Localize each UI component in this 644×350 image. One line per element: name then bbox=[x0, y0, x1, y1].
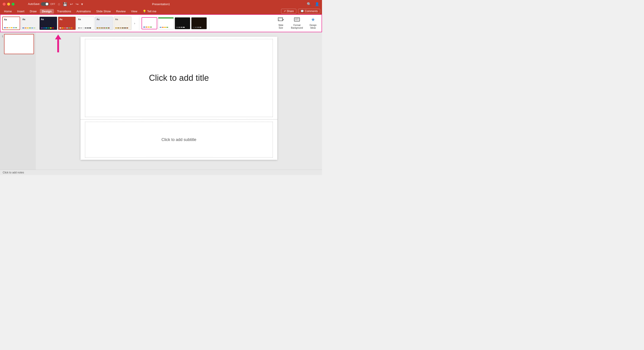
svg-marker-7 bbox=[311, 18, 315, 21]
arrow-head bbox=[55, 35, 61, 39]
slide-size-icon bbox=[278, 17, 284, 24]
user-icon[interactable]: 👤 bbox=[315, 2, 319, 6]
menu-review[interactable]: Review bbox=[114, 9, 128, 14]
save-icon[interactable]: 💾 bbox=[63, 2, 67, 6]
svg-rect-5 bbox=[295, 19, 299, 19]
titlebar: AutoSave OFF ⌂ 💾 ↩ ↪ ▾ Presentation1 🔍 👤 bbox=[0, 0, 322, 8]
window-title: Presentation1 bbox=[152, 3, 170, 6]
format-bg-label: FormatBackground bbox=[291, 24, 303, 29]
ribbon-divider-2 bbox=[209, 17, 209, 30]
notes-bar-text: Click to add notes bbox=[3, 171, 24, 174]
format-background-button[interactable]: FormatBackground bbox=[290, 16, 304, 30]
design-ideas-button[interactable]: DesignIdeas bbox=[306, 16, 320, 30]
menu-insert[interactable]: Insert bbox=[15, 9, 27, 14]
titlebar-right: 🔍 👤 bbox=[307, 2, 319, 6]
slide-subtitle-area[interactable]: Click to add subtitle bbox=[80, 120, 277, 160]
menubar: Home Insert Draw Design Transitions Anim… bbox=[0, 8, 322, 14]
theme-grayblue[interactable]: Aa bbox=[95, 17, 113, 30]
theme-tan[interactable]: Aa bbox=[114, 17, 132, 30]
ribbon-right-buttons: SlideSize FormatBackground DesignIdeas bbox=[274, 16, 320, 30]
slide-subtitle-box[interactable]: Click to add subtitle bbox=[85, 122, 273, 158]
design-ideas-label: DesignIdeas bbox=[310, 24, 316, 29]
ribbon-divider-1 bbox=[139, 17, 139, 30]
menu-transitions[interactable]: Transitions bbox=[55, 9, 73, 14]
slide-title-text[interactable]: Click to add title bbox=[149, 73, 209, 83]
design-ideas-icon bbox=[310, 17, 316, 24]
theme-office[interactable]: Aa bbox=[21, 17, 39, 30]
format-bg-icon bbox=[294, 17, 300, 24]
comments-button[interactable]: 💬 Comments bbox=[298, 9, 320, 14]
slide-title-box[interactable]: Click to add title bbox=[85, 39, 273, 117]
ribbon-toolbar: Aa Aa Aa bbox=[0, 14, 322, 32]
autosave-area: AutoSave OFF bbox=[28, 2, 55, 6]
arrow-shaft bbox=[57, 39, 59, 52]
svg-marker-2 bbox=[283, 19, 284, 20]
traffic-lights bbox=[3, 3, 14, 6]
slide-thumbnail-1[interactable] bbox=[4, 34, 34, 54]
variant-gallery bbox=[142, 17, 207, 29]
variant-colorful[interactable] bbox=[158, 17, 174, 29]
minimize-button[interactable] bbox=[7, 3, 10, 6]
variant-darkbrown[interactable] bbox=[191, 17, 207, 29]
variant-white[interactable] bbox=[142, 17, 157, 29]
titlebar-icons: ⌂ 💾 ↩ ↪ ▾ bbox=[55, 2, 83, 6]
lightbulb-icon: 💡 bbox=[143, 10, 146, 13]
main-area: 1 Click to add title Click to add subtit… bbox=[0, 32, 322, 170]
slide-number: 1 bbox=[2, 35, 3, 38]
notes-bar[interactable]: Click to add notes bbox=[0, 170, 322, 175]
slide-thumbnail-wrapper: 1 bbox=[2, 34, 34, 54]
search-icon[interactable]: 🔍 bbox=[307, 2, 311, 6]
theme-default[interactable]: Aa bbox=[2, 17, 20, 30]
menu-home[interactable]: Home bbox=[2, 9, 14, 14]
canvas-area: Click to add title Click to add subtitle bbox=[36, 32, 322, 170]
theme-subtle[interactable]: Aa bbox=[76, 17, 94, 30]
variant-black[interactable] bbox=[175, 17, 190, 29]
menu-draw[interactable]: Draw bbox=[28, 9, 39, 14]
menu-right-actions: ↗ Share 💬 Comments bbox=[281, 9, 320, 14]
autosave-toggle[interactable] bbox=[41, 2, 49, 6]
themes-more-button[interactable]: › bbox=[132, 17, 137, 30]
menu-slideshow[interactable]: Slide Show bbox=[94, 9, 113, 14]
svg-rect-0 bbox=[278, 18, 283, 21]
svg-rect-6 bbox=[295, 20, 298, 20]
autosave-state: OFF bbox=[50, 3, 55, 5]
theme-gallery: Aa Aa Aa bbox=[2, 17, 132, 30]
fullscreen-button[interactable] bbox=[12, 3, 14, 6]
slide-panel: 1 bbox=[0, 32, 36, 170]
slide-canvas-outer: Click to add title Click to add subtitle bbox=[80, 37, 277, 160]
redo-icon[interactable]: ↪ bbox=[76, 2, 78, 6]
slide-size-label: SlideSize bbox=[278, 24, 283, 29]
menu-animations[interactable]: Animations bbox=[74, 9, 93, 14]
slide-subtitle-text[interactable]: Click to add subtitle bbox=[162, 137, 196, 142]
undo-icon[interactable]: ↩ bbox=[70, 2, 73, 6]
theme-dark[interactable]: Aa bbox=[39, 17, 57, 30]
home-icon[interactable]: ⌂ bbox=[58, 2, 60, 6]
svg-rect-1 bbox=[279, 19, 282, 21]
comment-icon: 💬 bbox=[300, 10, 304, 13]
share-icon: ↗ bbox=[284, 10, 286, 13]
menu-view[interactable]: View bbox=[129, 9, 140, 14]
theme-red[interactable]: Aa bbox=[58, 17, 76, 30]
autosave-label: AutoSave bbox=[28, 3, 40, 6]
menu-design[interactable]: Design bbox=[40, 9, 54, 14]
more-icon[interactable]: ▾ bbox=[81, 2, 83, 6]
slide-size-button[interactable]: SlideSize bbox=[274, 16, 288, 30]
arrow-annotation bbox=[54, 35, 62, 52]
slide-title-area[interactable]: Click to add title bbox=[80, 37, 277, 120]
close-button[interactable] bbox=[3, 3, 6, 6]
share-button[interactable]: ↗ Share bbox=[281, 9, 296, 14]
slide-canvas[interactable]: Click to add title Click to add subtitle bbox=[80, 37, 277, 160]
menu-tellme[interactable]: 💡 Tell me bbox=[140, 9, 158, 14]
